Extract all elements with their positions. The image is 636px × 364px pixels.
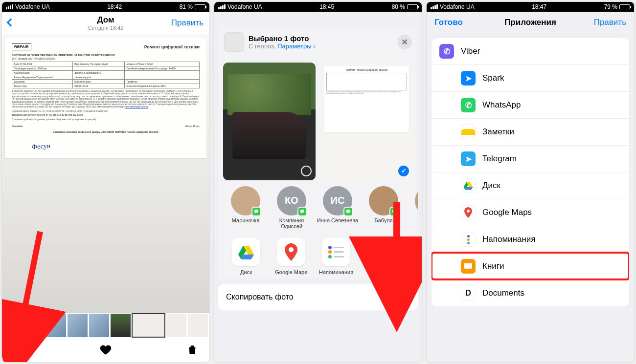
status-bar: Vodafone UA 18:42 81 % (2, 2, 209, 12)
svg-rect-2 (403, 294, 408, 300)
edit-button[interactable]: Править (592, 18, 626, 27)
doc-mini: REPAIR Ремонт цифрової техніки Lorem ips… (324, 66, 409, 132)
favorite-icon[interactable] (99, 343, 112, 356)
screen-share-sheet: Vodafone UA 18:45 80 % Выбрано 1 фото С … (214, 2, 422, 362)
thumb-item[interactable] (46, 313, 67, 338)
gallery-item[interactable] (223, 63, 316, 180)
selection-circle-icon[interactable] (301, 166, 312, 176)
thumb-item[interactable] (24, 313, 45, 338)
action-label: Скопировать фото (226, 293, 294, 301)
doc-fop: ФОП Луговий М.М. ІНН:385757159090 (12, 57, 200, 60)
contact-label: о. М… (408, 217, 418, 223)
app-row-напоминания[interactable]: Напоминания (432, 226, 629, 253)
copy-photo-action[interactable]: Скопировать фото (218, 284, 418, 310)
doc-consent: З умовами прийому обладнання, умовами зб… (12, 118, 200, 121)
avatar: ИС (323, 186, 352, 215)
app-row-spark[interactable]: ➤Spark (432, 64, 629, 91)
status-bar: Vodafone UA 18:47 79 % (427, 2, 634, 12)
doc-table: Дата 07.06.2021Вид ремонту: Не гарантійн… (12, 62, 200, 88)
apps-list: ✆Viber➤Spark✆WhatsAppЗаметки➤TelegramДис… (432, 38, 629, 306)
thumb-item[interactable] (89, 313, 110, 338)
app-row-telegram[interactable]: ➤Telegram (432, 145, 629, 172)
thumb-item[interactable] (3, 313, 24, 338)
done-button[interactable]: Готово (434, 18, 469, 27)
selection-check-icon[interactable] (398, 166, 409, 176)
app-row-viber[interactable]: ✆Viber (432, 38, 629, 64)
doc-signer-role: Замовник (12, 125, 23, 128)
contact-item[interactable]: КО Компания Одиссей (270, 186, 313, 229)
share-icon[interactable] (13, 343, 25, 356)
share-gallery: REPAIR Ремонт цифрової техніки Lorem ips… (218, 58, 418, 180)
share-apps-row[interactable]: Диск Google Maps Напоминания ••• Еще (218, 231, 418, 279)
contact-label: Компания Одиссей (270, 217, 313, 229)
photo-viewport[interactable]: REPAIR Ремонт цифрової техніки Квитанція… (2, 34, 209, 313)
thumb-item[interactable] (67, 313, 88, 338)
status-time: 18:42 (107, 3, 122, 10)
app-label: Еще (360, 269, 402, 275)
chevron-left-icon (7, 19, 15, 27)
share-app-drive[interactable]: Диск (225, 238, 267, 275)
nav-title: Приложения (504, 18, 556, 27)
app-row-label: Documents (482, 288, 524, 298)
carrier-label: Vodafone UA (15, 3, 50, 10)
avatar: КО (277, 186, 306, 215)
copy-icon (399, 291, 410, 303)
avatar (231, 186, 260, 215)
share-options-link[interactable]: Параметры › (277, 43, 315, 50)
airdrop-contacts-row[interactable]: Мариночка КО Компания Одиссей ИС Инна Се… (218, 180, 418, 231)
battery-percent: 79 % (604, 3, 617, 10)
thumb-item[interactable] (187, 313, 208, 338)
share-app-reminders[interactable]: Напоминания (315, 238, 357, 275)
doc-receipt-number: Квитанція № 49155 про прийом пристрою на… (12, 53, 200, 56)
thumbnail-strip[interactable] (2, 313, 209, 338)
more-icon: ••• (367, 238, 395, 266)
close-button[interactable]: ✕ (397, 35, 412, 49)
app-row-label: Telegram (482, 154, 517, 164)
thumb-item[interactable] (166, 313, 187, 338)
nav-subtitle: Сегодня 18:42 (42, 25, 169, 31)
back-button[interactable] (8, 18, 42, 28)
screen-app-list: Vodafone UA 18:47 79 % Готово Приложения… (427, 2, 634, 362)
app-row-label: WhatsApp (482, 100, 521, 110)
signature-scribble: Фесун (31, 142, 50, 151)
contact-label: Бабуля (362, 217, 405, 223)
status-time: 18:45 (319, 3, 334, 10)
contact-item[interactable]: Мариночка (224, 186, 267, 229)
svg-point-1 (289, 247, 294, 252)
app-row-label: Viber (461, 46, 480, 56)
doc-footer: З повагою колектив сервісного центру «ХА… (12, 130, 200, 133)
app-row-книги[interactable]: Книги (432, 253, 629, 279)
signal-icon (431, 4, 438, 9)
battery-icon (195, 4, 205, 9)
app-row-диск[interactable]: Диск (432, 172, 629, 199)
carrier-label: Vodafone UA (440, 3, 475, 10)
doc-signer-name: Фесун Игорь (185, 125, 200, 128)
trash-icon[interactable] (186, 343, 199, 356)
messages-badge-icon (297, 207, 307, 216)
app-row-whatsapp[interactable]: ✆WhatsApp (432, 91, 629, 118)
bottom-toolbar (2, 338, 209, 362)
avatar (369, 186, 398, 215)
app-row-documents[interactable]: DDocuments (432, 279, 629, 306)
battery-icon (407, 4, 418, 9)
screen-photo-detail: Vodafone UA 18:42 81 % Дом Сегодня 18:42… (2, 2, 209, 362)
contact-item[interactable]: ИС Инна Селезнева (316, 186, 359, 229)
thumb-item-current[interactable] (132, 313, 165, 338)
thumb-item[interactable] (110, 313, 131, 338)
share-header-thumb (224, 32, 244, 52)
messages-badge-icon (251, 207, 261, 216)
messages-badge-icon (389, 207, 399, 216)
nav-bar: Готово Приложения Править (427, 12, 634, 33)
doc-title: Ремонт цифрової техніки (144, 44, 200, 49)
share-app-gmaps[interactable]: Google Maps (270, 238, 312, 275)
edit-button[interactable]: Править (169, 18, 204, 28)
share-app-more[interactable]: ••• Еще (360, 238, 402, 275)
app-row-google-maps[interactable]: Google Maps (432, 199, 629, 226)
app-row-label: Заметки (482, 127, 514, 137)
gallery-item-selected[interactable]: REPAIR Ремонт цифрової техніки Lorem ips… (320, 63, 413, 180)
contact-item[interactable]: о. М… (408, 186, 418, 229)
app-row-заметки[interactable]: Заметки (432, 118, 629, 145)
doc-hours: Сервісний Центр працює: пн.-пт. з 9.30 д… (12, 110, 200, 112)
signal-icon (218, 4, 226, 9)
contact-item[interactable]: Бабуля (362, 186, 405, 229)
